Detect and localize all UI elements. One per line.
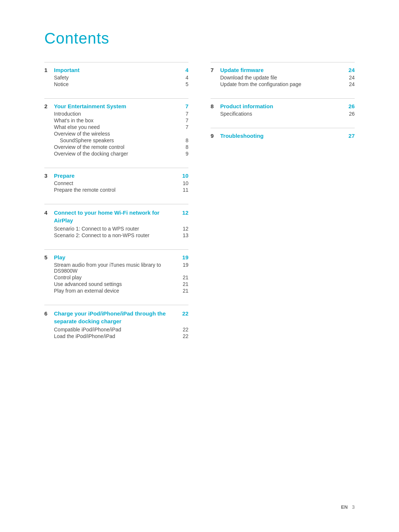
section-5: 5Play19Stream audio from your iTunes mus… xyxy=(44,249,188,294)
list-item-page: 22 xyxy=(177,327,188,332)
section-number: 4 xyxy=(44,209,51,216)
list-item: Control play21 xyxy=(44,274,188,280)
footer: EN 3 xyxy=(341,504,355,510)
divider xyxy=(44,98,188,99)
list-item-text: Control play xyxy=(54,274,177,280)
footer-lang: EN xyxy=(341,504,348,510)
list-item-page: 24 xyxy=(344,75,355,81)
section-title: Connect to your home Wi-Fi network for A… xyxy=(54,209,177,224)
list-item-text: Connect xyxy=(54,180,177,186)
section-8: 8Product information26Specifications26 xyxy=(211,98,355,117)
list-item-page: 10 xyxy=(177,180,188,186)
divider xyxy=(44,204,188,204)
list-item: What's in the box7 xyxy=(44,117,188,123)
list-item-page: 7 xyxy=(177,117,188,123)
section-header: 2Your Entertainment System7 xyxy=(44,103,188,109)
list-item-page: 4 xyxy=(177,75,188,81)
list-item-text: Specifications xyxy=(220,111,344,117)
section-page: 24 xyxy=(344,67,355,73)
section-4: 4Connect to your home Wi-Fi network for … xyxy=(44,204,188,239)
list-item-text: Update from the configuration page xyxy=(220,81,344,87)
section-title: Troubleshooting xyxy=(220,133,344,139)
section-header: 7Update firmware24 xyxy=(211,67,355,73)
list-item-page: 26 xyxy=(344,111,355,117)
section-page: 7 xyxy=(177,103,188,109)
list-item-page: 7 xyxy=(177,111,188,117)
section-page: 10 xyxy=(177,173,188,179)
divider xyxy=(211,98,355,99)
list-item: Use advanced sound settings21 xyxy=(44,281,188,287)
section-header: 8Product information26 xyxy=(211,103,355,109)
section-number: 5 xyxy=(44,254,51,260)
list-item: Stream audio from your iTunes music libr… xyxy=(44,262,188,274)
list-item: Prepare the remote control11 xyxy=(44,187,188,193)
section-title: Important xyxy=(54,67,177,73)
section-1: 1Important4Safety4Notice5 xyxy=(44,62,188,88)
list-item-text: Load the iPod/iPhone/iPad xyxy=(54,333,177,339)
section-header: 4Connect to your home Wi-Fi network for … xyxy=(44,209,188,224)
list-item: Scenario 2: Connect to a non-WPS router1… xyxy=(44,232,188,238)
list-item: What else you need7 xyxy=(44,124,188,130)
list-item-page: 9 xyxy=(177,151,188,157)
section-number: 2 xyxy=(44,103,51,109)
section-title: Play xyxy=(54,254,177,260)
section-page: 22 xyxy=(177,310,188,317)
list-item-page: 8 xyxy=(177,144,188,150)
section-number: 1 xyxy=(44,67,51,73)
list-item-page: 13 xyxy=(177,232,188,238)
divider xyxy=(211,62,355,62)
list-item: Overview of the wireless xyxy=(44,131,188,137)
divider xyxy=(44,62,188,62)
section-number: 9 xyxy=(211,133,217,139)
list-item-page: 21 xyxy=(177,274,188,280)
section-header: 6Charge your iPod/iPhone/iPad through th… xyxy=(44,310,188,325)
list-item-page: 19 xyxy=(177,262,188,268)
section-2: 2Your Entertainment System7Introduction7… xyxy=(44,98,188,157)
list-item-page: 24 xyxy=(344,81,355,87)
page-title: Contents xyxy=(44,30,355,47)
section-number: 6 xyxy=(44,310,51,317)
list-item-text: Download the update file xyxy=(220,75,344,81)
list-item: Compatible iPod/iPhone/iPad22 xyxy=(44,327,188,332)
section-7: 7Update firmware24Download the update fi… xyxy=(211,62,355,88)
section-6: 6Charge your iPod/iPhone/iPad through th… xyxy=(44,305,188,340)
list-item-text: Scenario 2: Connect to a non-WPS router xyxy=(54,232,177,238)
contents-container: 1Important4Safety4Notice52Your Entertain… xyxy=(44,62,355,350)
list-item: Specifications26 xyxy=(211,111,355,117)
section-header: 3Prepare10 xyxy=(44,173,188,179)
left-column: 1Important4Safety4Notice52Your Entertain… xyxy=(44,62,188,350)
section-header: 5Play19 xyxy=(44,254,188,260)
list-item: Load the iPod/iPhone/iPad22 xyxy=(44,333,188,339)
list-item-text: Overview of the wireless xyxy=(54,131,177,137)
section-page: 26 xyxy=(344,103,355,109)
list-item-page: 21 xyxy=(177,281,188,287)
list-item-text: Safety xyxy=(54,75,177,81)
section-9: 9Troubleshooting27 xyxy=(211,128,355,140)
section-title: Update firmware xyxy=(220,67,344,73)
footer-page-number: 3 xyxy=(352,504,355,510)
list-item-text: Overview of the remote control xyxy=(54,144,177,150)
list-item-page: 7 xyxy=(177,124,188,130)
section-header: 1Important4 xyxy=(44,67,188,73)
list-item: Safety4 xyxy=(44,75,188,81)
list-item: Scenario 1: Connect to a WPS router12 xyxy=(44,226,188,232)
section-number: 7 xyxy=(211,67,217,73)
section-title: Your Entertainment System xyxy=(54,103,177,109)
list-item-page: 21 xyxy=(177,288,188,294)
list-item-text: Use advanced sound settings xyxy=(54,281,177,287)
list-item-text: Introduction xyxy=(54,111,177,117)
section-header: 9Troubleshooting27 xyxy=(211,133,355,139)
list-item-page: 11 xyxy=(177,187,188,193)
list-item-text: Notice xyxy=(54,81,177,87)
list-item-text: Compatible iPod/iPhone/iPad xyxy=(54,327,177,332)
divider xyxy=(44,168,188,168)
list-item: Connect10 xyxy=(44,180,188,186)
list-item-text: What's in the box xyxy=(54,117,177,123)
list-item: Introduction7 xyxy=(44,111,188,117)
section-number: 8 xyxy=(211,103,217,109)
section-title: Product information xyxy=(220,103,344,109)
section-title: Charge your iPod/iPhone/iPad through the… xyxy=(54,310,177,325)
list-item-text: Play from an external device xyxy=(54,288,177,294)
list-item: Overview of the docking charger9 xyxy=(44,151,188,157)
list-item-text: Overview of the docking charger xyxy=(54,151,177,157)
